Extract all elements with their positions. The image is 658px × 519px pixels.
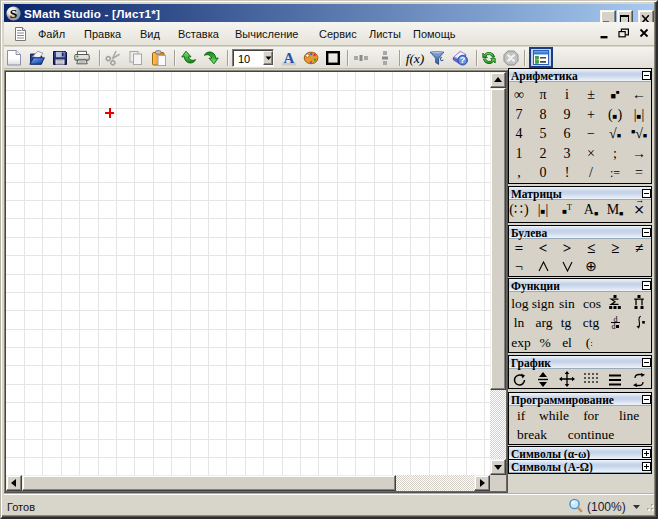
svg-text:S: S bbox=[10, 6, 18, 21]
svg-text:A: A bbox=[284, 50, 295, 66]
svg-text:d: d bbox=[612, 322, 616, 330]
svg-text:?: ? bbox=[460, 55, 466, 65]
svg-text:f(x): f(x) bbox=[406, 51, 425, 66]
